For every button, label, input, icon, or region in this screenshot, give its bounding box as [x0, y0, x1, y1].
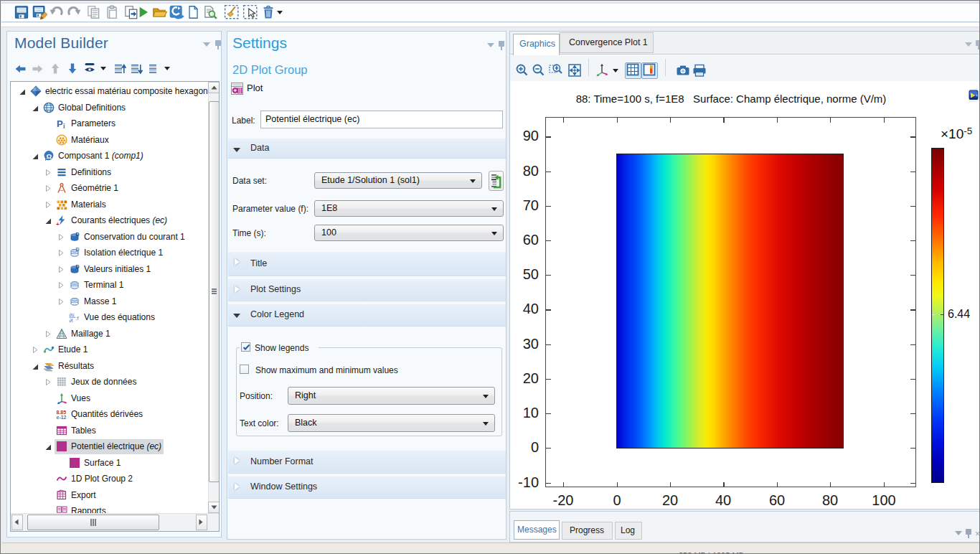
svg-text:Ω: Ω — [46, 152, 52, 160]
svg-text:D: D — [76, 247, 80, 252]
svg-text:∂u: ∂u — [70, 312, 75, 317]
svg-text:i: i — [63, 123, 65, 130]
svg-text:e-12: e-12 — [57, 415, 67, 420]
svg-text:D: D — [76, 263, 80, 268]
svg-text:P: P — [57, 118, 63, 129]
svg-text:_: _ — [63, 220, 68, 227]
svg-text:8.85: 8.85 — [57, 410, 67, 415]
svg-text::f: :f — [76, 315, 80, 321]
svg-text:D: D — [76, 231, 80, 236]
svg-text:+: + — [56, 221, 60, 227]
svg-text:∂t: ∂t — [70, 318, 73, 323]
